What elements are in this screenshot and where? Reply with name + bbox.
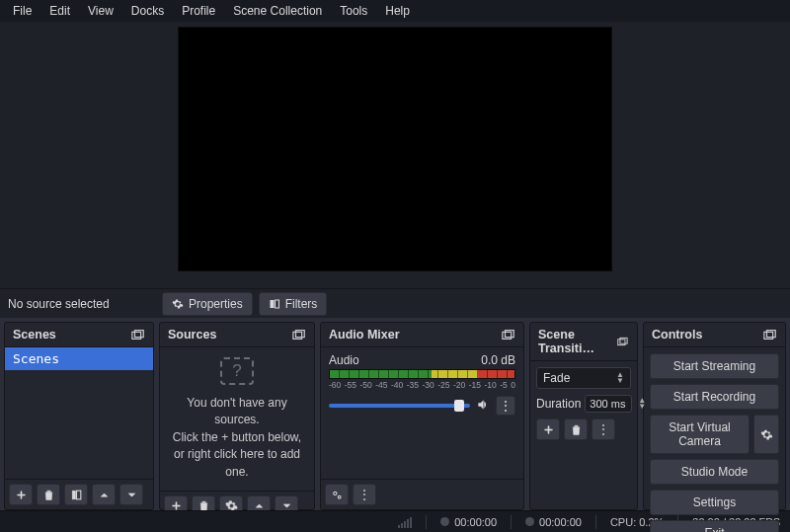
duration-input[interactable] <box>585 395 632 413</box>
filters-label: Filters <box>285 297 318 311</box>
network-indicator <box>398 516 412 528</box>
sources-dock: Sources ? You don't have any sources. Cl… <box>159 322 315 510</box>
scenes-title: Scenes <box>13 328 56 342</box>
mixer-title: Audio Mixer <box>329 328 400 342</box>
menu-profile[interactable]: Profile <box>173 1 224 21</box>
audio-meter-ticks: -60-55-50-45-40-35-30-25-20-15-10-50 <box>329 380 515 390</box>
sources-title: Sources <box>168 328 216 342</box>
svg-rect-14 <box>764 332 773 339</box>
svg-rect-2 <box>132 332 141 339</box>
gears-icon <box>331 489 344 501</box>
properties-button[interactable]: Properties <box>162 292 253 316</box>
svg-rect-12 <box>618 340 625 345</box>
scene-remove-button[interactable] <box>37 484 60 505</box>
menu-edit[interactable]: Edit <box>40 1 79 21</box>
preview-canvas[interactable] <box>178 27 612 271</box>
dots-icon: ⋮ <box>597 422 609 436</box>
mute-button[interactable] <box>476 398 490 414</box>
menu-file[interactable]: File <box>4 1 40 21</box>
chevron-up-icon <box>98 489 111 501</box>
scene-add-button[interactable] <box>9 484 33 505</box>
channel-options-button[interactable]: ⋮ <box>496 396 515 416</box>
properties-label: Properties <box>189 297 243 311</box>
transition-remove-button[interactable] <box>564 418 588 440</box>
sources-empty-line2: Click the + button below, <box>173 429 301 446</box>
menubar: File Edit View Docks Profile Scene Colle… <box>0 0 790 22</box>
transition-add-button[interactable] <box>536 418 560 440</box>
controls-title: Controls <box>652 328 702 342</box>
svg-rect-9 <box>506 331 514 338</box>
duration-label: Duration <box>536 397 581 411</box>
docks-row: Scenes Scenes Sources ? You don't have a… <box>0 318 790 510</box>
menu-view[interactable]: View <box>79 1 122 21</box>
mixer-menu-button[interactable]: ⋮ <box>353 484 376 505</box>
start-virtual-camera-button[interactable]: Start Virtual Camera <box>650 415 750 454</box>
svg-rect-7 <box>296 331 305 338</box>
transition-select[interactable]: Fade ▲▼ <box>536 367 631 389</box>
chevron-down-icon <box>125 489 138 501</box>
menu-scene-collection[interactable]: Scene Collection <box>224 1 331 21</box>
trash-icon <box>42 489 55 501</box>
mixer-channel-name: Audio <box>329 353 359 367</box>
svg-rect-4 <box>72 491 75 499</box>
svg-point-11 <box>338 495 341 498</box>
sources-empty-line3: or right click here to add one. <box>170 446 304 481</box>
live-status: 00:00:00 <box>440 516 497 528</box>
dots-icon: ⋮ <box>358 488 370 501</box>
speaker-icon <box>476 398 490 412</box>
rec-dot-icon <box>525 517 534 526</box>
undock-icon[interactable] <box>131 329 145 341</box>
question-icon: ? <box>220 357 254 385</box>
scene-move-up-button[interactable] <box>92 484 116 505</box>
filters-button[interactable]: Filters <box>259 292 328 316</box>
svg-rect-8 <box>503 332 512 339</box>
undock-icon[interactable] <box>292 329 306 341</box>
rec-time: 00:00:00 <box>539 516 582 528</box>
svg-rect-3 <box>135 331 144 338</box>
svg-rect-5 <box>76 491 80 499</box>
sources-empty-state[interactable]: ? You don't have any sources. Click the … <box>160 347 314 491</box>
plus-icon <box>542 423 555 436</box>
gear-icon <box>760 428 773 441</box>
filters-icon <box>269 298 280 310</box>
transitions-title: Scene Transiti… <box>538 328 617 355</box>
volume-slider[interactable] <box>329 404 470 408</box>
transition-properties-button[interactable]: ⋮ <box>592 418 615 440</box>
live-dot-icon <box>440 517 449 526</box>
gear-icon <box>172 298 184 310</box>
menu-tools[interactable]: Tools <box>331 1 376 21</box>
transition-current: Fade <box>543 371 570 385</box>
audio-mixer-dock: Audio Mixer Audio 0.0 dB -60-55-50-45-40… <box>320 322 524 510</box>
svg-rect-0 <box>270 300 274 308</box>
scene-columns-icon <box>70 489 83 501</box>
virtual-camera-config-button[interactable] <box>753 415 779 454</box>
undock-icon[interactable] <box>763 329 777 341</box>
live-time: 00:00:00 <box>454 516 497 528</box>
start-recording-button[interactable]: Start Recording <box>650 384 779 410</box>
scenes-dock: Scenes Scenes <box>4 322 154 510</box>
preview-area <box>0 22 790 288</box>
scene-filter-button[interactable] <box>64 484 88 505</box>
settings-button[interactable]: Settings <box>650 490 779 515</box>
menu-help[interactable]: Help <box>376 1 419 21</box>
source-status-text: No source selected <box>8 297 156 311</box>
start-streaming-button[interactable]: Start Streaming <box>650 353 779 379</box>
exit-button[interactable]: Exit <box>650 520 779 532</box>
source-toolbar: No source selected Properties Filters <box>0 288 790 318</box>
menu-docks[interactable]: Docks <box>122 1 173 21</box>
undock-icon[interactable] <box>617 336 629 347</box>
controls-dock: Controls Start Streaming Start Recording… <box>643 322 786 510</box>
scene-move-down-button[interactable] <box>119 484 143 505</box>
svg-rect-1 <box>275 300 278 308</box>
plus-icon <box>15 489 28 501</box>
scene-item[interactable]: Scenes <box>5 347 153 370</box>
studio-mode-button[interactable]: Studio Mode <box>650 459 779 485</box>
sources-empty-line1: You don't have any sources. <box>170 395 304 429</box>
undock-icon[interactable] <box>502 329 515 341</box>
svg-rect-15 <box>767 331 776 338</box>
svg-point-10 <box>333 492 336 494</box>
audio-meter <box>329 369 515 379</box>
transitions-dock: Scene Transiti… Fade ▲▼ Duration ▲▼ ⋮ <box>529 322 638 510</box>
trash-icon <box>570 423 583 436</box>
mixer-advanced-button[interactable] <box>325 484 349 505</box>
